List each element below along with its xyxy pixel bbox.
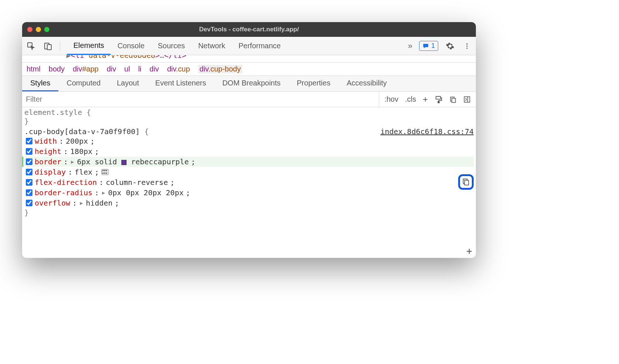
chat-icon	[422, 43, 429, 49]
toggle-display[interactable]	[26, 169, 32, 175]
subtab-layout[interactable]: Layout	[109, 76, 147, 91]
property-value[interactable]: 6px solid rebeccapurple	[77, 157, 189, 166]
property-value[interactable]: 180px	[70, 147, 92, 156]
issues-badge[interactable]: 1	[419, 41, 438, 51]
add-declaration-button[interactable]: +	[466, 245, 472, 256]
expand-icon[interactable]: ▶	[101, 190, 106, 196]
svg-point-5	[466, 48, 467, 49]
tab-elements[interactable]: Elements	[67, 37, 111, 55]
property-value[interactable]: 0px 0px 20px 20px	[108, 188, 184, 197]
svg-rect-10	[464, 97, 470, 102]
tab-sources[interactable]: Sources	[151, 37, 191, 55]
more-tabs-button[interactable]: »	[408, 41, 412, 51]
crumb-div-app[interactable]: div#app	[73, 65, 98, 73]
styles-pane: element.style { } index.8d6c6f18.css:74 …	[22, 107, 476, 258]
toggle-border-radius[interactable]	[26, 189, 32, 196]
styles-filter-actions: :hov .cls +	[379, 92, 476, 107]
settings-icon[interactable]	[445, 41, 455, 51]
class-toggle[interactable]: .cls	[405, 95, 416, 104]
property-name[interactable]: flex-direction	[35, 178, 97, 187]
property-name[interactable]: overflow	[35, 199, 70, 207]
copy-declaration-button[interactable]	[458, 174, 474, 190]
divider	[60, 41, 60, 51]
expand-icon[interactable]: ▶	[70, 159, 75, 165]
dom-tree-fragment: ▶<li data-v-eed0bde8>…</li>	[22, 55, 476, 63]
paint-icon[interactable]	[435, 95, 443, 104]
subtab-dom-breakpoints[interactable]: DOM Breakpoints	[214, 76, 289, 91]
crumb-body[interactable]: body	[49, 65, 65, 73]
property-name[interactable]: height	[35, 147, 61, 156]
toggle-width[interactable]	[26, 138, 32, 144]
crumb-div[interactable]: div	[107, 65, 116, 73]
toggle-height[interactable]	[26, 148, 32, 155]
source-link[interactable]: index.8d6c6f18.css:74	[380, 127, 474, 136]
kebab-menu-icon[interactable]	[462, 41, 472, 51]
titlebar: DevTools - coffee-cart.netlify.app/	[22, 22, 476, 37]
property-value[interactable]: column-reverse	[106, 178, 168, 187]
property-name[interactable]: border	[35, 157, 61, 166]
copy-icon[interactable]	[449, 96, 457, 103]
declaration-overflow[interactable]: overflow: ▶hidden;	[24, 198, 474, 208]
expand-icon[interactable]: ▶	[79, 200, 83, 206]
crumb-div-cup[interactable]: div.cup	[167, 65, 190, 73]
cup-body-rule[interactable]: index.8d6c6f18.css:74 .cup-body[data-v-7…	[24, 127, 474, 217]
computed-panel-toggle-icon[interactable]	[463, 96, 471, 103]
crumb-div2[interactable]: div	[149, 65, 159, 73]
toggle-border[interactable]	[26, 158, 32, 165]
styles-subtabs: Styles Computed Layout Event Listeners D…	[22, 76, 476, 92]
declaration-width[interactable]: width: 200px;	[24, 136, 474, 146]
svg-rect-6	[436, 96, 441, 99]
tab-console[interactable]: Console	[111, 37, 151, 55]
property-value[interactable]: flex	[75, 168, 92, 176]
toggle-overflow[interactable]	[26, 200, 32, 206]
crumb-ul[interactable]: ul	[124, 65, 130, 73]
panel-tabs: Elements Console Sources Network Perform…	[67, 37, 287, 55]
toggle-flex-direction[interactable]	[26, 179, 32, 186]
new-style-rule-button[interactable]: +	[423, 94, 428, 105]
declaration-display[interactable]: display: flex;	[24, 167, 474, 177]
main-toolbar: Elements Console Sources Network Perform…	[22, 37, 476, 55]
styles-filter-input[interactable]	[22, 94, 379, 105]
styles-filter-bar: :hov .cls +	[22, 92, 476, 107]
flex-editor-icon[interactable]	[101, 169, 109, 175]
subtab-properties[interactable]: Properties	[289, 76, 339, 91]
svg-rect-7	[438, 101, 439, 103]
crumb-html[interactable]: html	[27, 65, 41, 73]
declaration-border-radius[interactable]: border-radius: ▶0px 0px 20px 20px;	[24, 188, 474, 198]
devtools-window: DevTools - coffee-cart.netlify.app/ Elem…	[22, 22, 476, 258]
subtab-event-listeners[interactable]: Event Listeners	[147, 76, 214, 91]
subtab-accessibility[interactable]: Accessibility	[339, 76, 395, 91]
element-style-rule[interactable]: element.style { }	[24, 108, 474, 126]
issues-count: 1	[431, 42, 435, 50]
subtab-styles[interactable]: Styles	[22, 76, 58, 91]
inspect-element-icon[interactable]	[26, 41, 36, 51]
property-name[interactable]: border-radius	[35, 188, 93, 197]
declaration-border[interactable]: border: ▶6px solid rebeccapurple;	[22, 157, 474, 167]
hover-state-toggle[interactable]: :hov	[384, 95, 398, 104]
svg-rect-2	[47, 45, 51, 50]
declaration-height[interactable]: height: 180px;	[24, 146, 474, 157]
window-title: DevTools - coffee-cart.netlify.app/	[22, 26, 476, 33]
tab-network[interactable]: Network	[191, 37, 232, 55]
property-value[interactable]: 200px	[66, 137, 88, 146]
svg-point-3	[466, 43, 467, 44]
crumb-div-cup-body[interactable]: div.cup-body	[198, 65, 242, 73]
tab-performance[interactable]: Performance	[232, 37, 288, 55]
property-name[interactable]: display	[35, 168, 66, 176]
color-swatch[interactable]	[121, 160, 127, 165]
svg-rect-13	[464, 180, 468, 185]
device-toggle-icon[interactable]	[43, 41, 53, 51]
subtab-computed[interactable]: Computed	[58, 76, 108, 91]
crumb-li[interactable]: li	[138, 65, 141, 73]
property-name[interactable]: width	[35, 137, 57, 146]
declaration-flex-direction[interactable]: flex-direction: column-reverse;	[24, 177, 474, 188]
svg-rect-9	[452, 98, 456, 102]
svg-point-4	[466, 45, 467, 46]
property-value[interactable]: hidden	[86, 199, 113, 207]
dom-breadcrumbs: html body div#app div ul li div div.cup …	[22, 63, 476, 76]
